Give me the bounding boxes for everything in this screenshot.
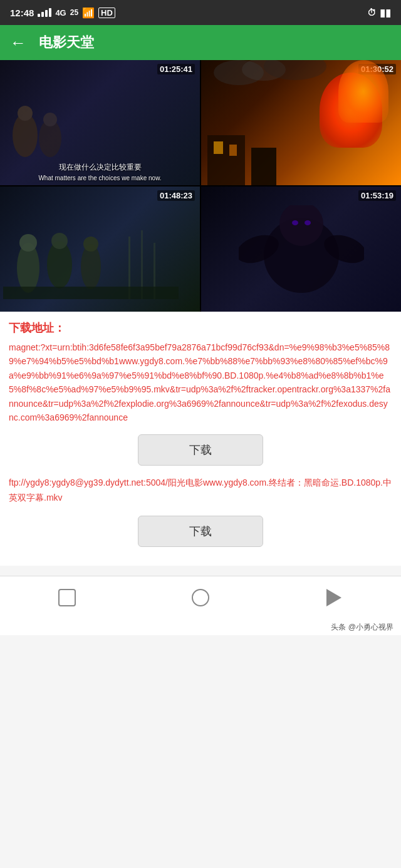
bottom-nav [0,576,401,620]
video-thumb-4[interactable]: 01:53:19 [201,186,401,312]
top-bar: ← 电影天堂 [0,25,401,60]
time-display: 12:48 [10,8,34,18]
status-left: 12:48 4G 25 📶 HD [10,7,115,19]
wifi-icon: 📶 [82,7,95,19]
triangle-icon [326,589,341,606]
nav-button-home[interactable] [189,586,212,609]
signal-strength: 25 [70,8,78,17]
subtitle-en-1: What matters are the choices we make now… [0,175,200,181]
battery-icon: ▮▮ [380,7,391,19]
svg-point-26 [305,220,311,225]
svg-point-25 [292,220,298,225]
action-scene [3,218,179,299]
video-grid: 01:25:41 现在做什么决定比较重要 What matters are th… [0,60,401,312]
page-title: 电影天堂 [39,33,94,52]
video-thumb-2[interactable]: 01:30:52 [201,60,401,185]
scene-figures-1 [6,104,81,166]
back-button[interactable]: ← [10,33,26,53]
nav-button-square[interactable] [56,586,78,609]
svg-rect-4 [207,135,245,185]
signal-bars [38,8,51,17]
svg-rect-6 [229,145,237,156]
download-label: 下载地址： [9,320,392,335]
timestamp-4: 01:53:19 [358,190,396,201]
square-icon [58,589,76,606]
svg-rect-7 [251,148,276,185]
bar1 [38,14,40,17]
timestamp-1: 01:25:41 [157,64,195,74]
watermark: 头条 @小勇心视界 [0,620,401,635]
timestamp-3: 01:48:23 [157,190,195,201]
circle-icon [192,589,209,606]
svg-point-16 [83,237,98,252]
magnet-link[interactable]: magnet:?xt=urn:btih:3d6fe58fe6f3a95bef79… [9,340,392,424]
status-right: ⏱ ▮▮ [367,7,391,19]
svg-point-14 [51,233,68,249]
status-bar: 12:48 4G 25 📶 HD ⏱ ▮▮ [0,0,401,25]
svg-point-3 [43,113,57,126]
video-thumb-3[interactable]: 01:48:23 [0,186,200,312]
smoke-effect [201,60,401,110]
bar2 [41,12,44,17]
hd-badge: HD [98,8,115,18]
bar3 [45,10,48,17]
download-button-2[interactable]: 下载 [138,516,263,547]
svg-rect-20 [3,287,179,299]
svg-point-12 [19,234,37,252]
bar4 [49,8,51,17]
dark-scene-2 [239,205,364,299]
alarm-icon: ⏱ [367,8,376,18]
subtitle-cn-1: 现在做什么决定比较重要 [0,162,200,173]
svg-point-1 [18,106,33,121]
download-button-1[interactable]: 下载 [138,434,263,466]
ftp-link[interactable]: ftp://ygdy8:ygdy8@yg39.dydytt.net:5004/阳… [9,476,392,506]
content-area: 下载地址： magnet:?xt=urn:btih:3d6fe58fe6f3a9… [0,312,401,566]
network-type: 4G [55,8,66,18]
building-scene [201,110,301,185]
nav-button-back[interactable] [323,586,345,609]
video-thumb-1[interactable]: 01:25:41 现在做什么决定比较重要 What matters are th… [0,60,200,185]
svg-rect-5 [214,141,223,154]
